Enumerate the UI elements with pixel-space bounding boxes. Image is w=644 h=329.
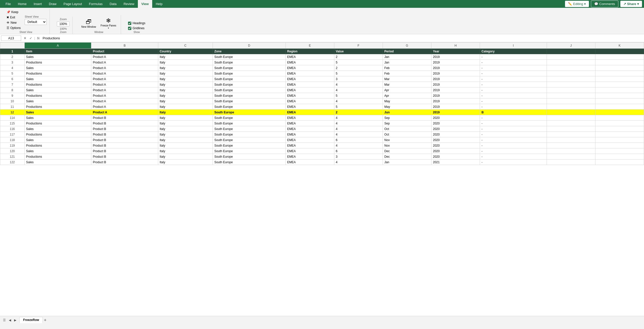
cell-117-G[interactable]: Oct xyxy=(383,132,431,137)
header-category[interactable]: Category xyxy=(480,49,547,54)
cell-117-I[interactable]: - xyxy=(480,132,547,137)
cell-7-I[interactable]: - xyxy=(480,82,547,87)
col-header-F[interactable]: F xyxy=(334,43,383,49)
header-zone[interactable]: Zone xyxy=(213,49,286,54)
cell-10-I[interactable]: - xyxy=(480,98,547,104)
cell-9-D[interactable]: South Europe xyxy=(213,93,286,98)
cell-119-F[interactable]: 4 xyxy=(334,143,383,148)
zoom-input[interactable] xyxy=(57,21,69,26)
cell-114-I[interactable]: - xyxy=(480,115,547,121)
cell-12-E[interactable]: EMEA xyxy=(286,110,334,115)
cell-122-A[interactable]: Sales xyxy=(24,159,91,165)
cell-extra-1[interactable] xyxy=(595,54,644,60)
col-header-K[interactable]: K xyxy=(595,43,644,49)
cell-114-C[interactable]: Italy xyxy=(158,115,213,121)
new-window-button[interactable]: 🗗 New Window xyxy=(80,17,97,29)
cell-117-B[interactable]: Product B xyxy=(91,132,158,137)
cell-116-A[interactable]: Sales xyxy=(24,126,91,132)
tab-view[interactable]: View xyxy=(138,0,152,8)
cell-114-B[interactable]: Product B xyxy=(91,115,158,121)
cell-extra-1[interactable] xyxy=(595,87,644,93)
col-header-H[interactable]: H xyxy=(431,43,480,49)
col-header-G[interactable]: G xyxy=(383,43,431,49)
cell-8-G[interactable]: Apr xyxy=(383,87,431,93)
cell-extra-1[interactable] xyxy=(595,148,644,154)
cell-117-A[interactable]: Productions xyxy=(24,132,91,137)
cell-6-H[interactable]: 2019 xyxy=(431,76,480,82)
sheet-nav-left[interactable]: ◀ xyxy=(8,318,12,322)
cell-9-E[interactable]: EMEA xyxy=(286,93,334,98)
cell-extra-0[interactable] xyxy=(547,121,595,126)
cell-7-A[interactable]: Productions xyxy=(24,82,91,87)
cell-4-H[interactable]: 2019 xyxy=(431,65,480,71)
cell-6-B[interactable]: Product A xyxy=(91,76,158,82)
cell-117-C[interactable]: Italy xyxy=(158,132,213,137)
cell-9-I[interactable]: - xyxy=(480,93,547,98)
cell-8-F[interactable]: 4 xyxy=(334,87,383,93)
cell-extra-0[interactable] xyxy=(547,126,595,132)
cell-extra-1[interactable] xyxy=(595,93,644,98)
cell-115-H[interactable]: 2020 xyxy=(431,121,480,126)
cell-extra-0[interactable] xyxy=(547,93,595,98)
cell-extra-0[interactable] xyxy=(547,65,595,71)
keep-button[interactable]: 📌 Keep xyxy=(5,10,22,14)
cell-5-G[interactable]: Feb xyxy=(383,71,431,76)
editing-button[interactable]: ✏️ Editing ▾ xyxy=(565,1,589,7)
cell-119-D[interactable]: South Europe xyxy=(213,143,286,148)
gridlines-checkbox[interactable] xyxy=(128,27,131,30)
cell-5-D[interactable]: South Europe xyxy=(213,71,286,76)
cell-7-C[interactable]: Italy xyxy=(158,82,213,87)
cell-118-H[interactable]: 2020 xyxy=(431,137,480,143)
cell-extra-0[interactable] xyxy=(547,137,595,143)
cell-8-D[interactable]: South Europe xyxy=(213,87,286,93)
header-year[interactable]: Year xyxy=(431,49,480,54)
cell-2-I[interactable]: - xyxy=(480,54,547,60)
cell-7-G[interactable]: Mar xyxy=(383,82,431,87)
cell-9-F[interactable]: 5 xyxy=(334,93,383,98)
cell-2-H[interactable]: 2019 xyxy=(431,54,480,60)
cell-6-D[interactable]: South Europe xyxy=(213,76,286,82)
cell-11-F[interactable]: 5 xyxy=(334,104,383,110)
cell-120-F[interactable]: 6 xyxy=(334,148,383,154)
cell-119-A[interactable]: Productions xyxy=(24,143,91,148)
cell-2-A[interactable]: Sales xyxy=(24,54,91,60)
cell-7-D[interactable]: South Europe xyxy=(213,82,286,87)
cell-3-F[interactable]: 5 xyxy=(334,60,383,65)
cell-116-H[interactable]: 2020 xyxy=(431,126,480,132)
cell-extra-0[interactable] xyxy=(547,104,595,110)
cell-4-B[interactable]: Product A xyxy=(91,65,158,71)
header-region[interactable]: Region xyxy=(286,49,334,54)
cell-10-D[interactable]: South Europe xyxy=(213,98,286,104)
cell-extra-1[interactable] xyxy=(595,121,644,126)
cell-116-I[interactable]: - xyxy=(480,126,547,132)
cell-119-I[interactable]: - xyxy=(480,143,547,148)
cell-119-E[interactable]: EMEA xyxy=(286,143,334,148)
cell-120-A[interactable]: Sales xyxy=(24,148,91,154)
share-button[interactable]: ↗ Share ▾ xyxy=(620,1,642,7)
spreadsheet-scroll[interactable]: A B C D E F G H I J K 1 Item xyxy=(0,42,644,316)
cell-114-H[interactable]: 2020 xyxy=(431,115,480,121)
cell-121-A[interactable]: Productions xyxy=(24,154,91,159)
cell-114-D[interactable]: South Europe xyxy=(213,115,286,121)
cell-10-C[interactable]: Italy xyxy=(158,98,213,104)
cell-12-B[interactable]: Product A xyxy=(91,110,158,115)
cell-122-H[interactable]: 2021 xyxy=(431,159,480,165)
cell-11-H[interactable]: 2019 xyxy=(431,104,480,110)
cell-118-B[interactable]: Product B xyxy=(91,137,158,143)
cell-7-B[interactable]: Product A xyxy=(91,82,158,87)
tab-draw[interactable]: Draw xyxy=(45,0,60,8)
col-header-C[interactable]: C xyxy=(158,43,213,49)
cell-12-F[interactable]: 2 xyxy=(334,110,383,115)
cell-121-H[interactable]: 2020 xyxy=(431,154,480,159)
tab-help[interactable]: Help xyxy=(152,0,166,8)
cell-12-G[interactable]: Jun xyxy=(383,110,431,115)
cell-2-D[interactable]: South Europe xyxy=(213,54,286,60)
tab-home[interactable]: Home xyxy=(14,0,30,8)
sheet-nav-menu[interactable]: ☰ xyxy=(2,318,7,322)
cell-5-H[interactable]: 2019 xyxy=(431,71,480,76)
header-value[interactable]: Value xyxy=(334,49,383,54)
cell-extra-1[interactable] xyxy=(595,137,644,143)
header-item[interactable]: Item xyxy=(24,49,91,54)
cell-extra-0[interactable] xyxy=(547,132,595,137)
cell-120-I[interactable]: - xyxy=(480,148,547,154)
